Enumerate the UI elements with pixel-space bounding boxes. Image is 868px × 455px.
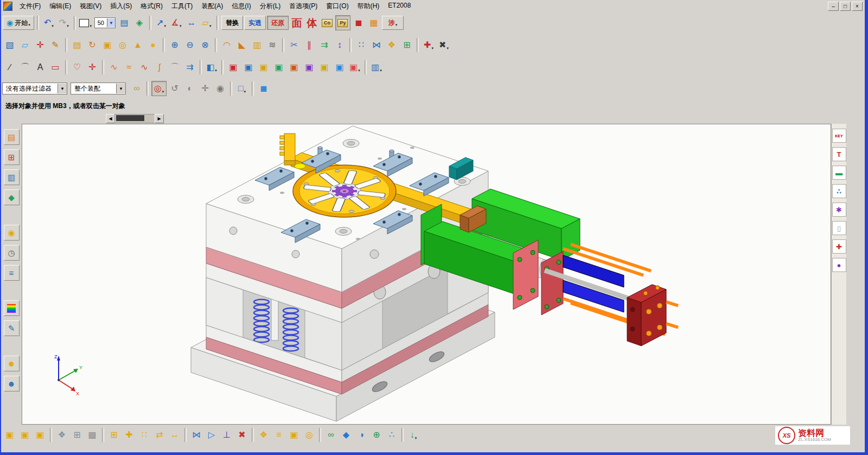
zoom-view-icon[interactable]: ◉: [213, 81, 227, 96]
studio-spline-icon[interactable]: ∿: [107, 60, 121, 74]
menu-view[interactable]: 视图(V): [75, 1, 106, 12]
capsule-icon[interactable]: ▬: [832, 166, 846, 180]
start-button[interactable]: ◉开始▾: [3, 16, 34, 30]
dropdown-arrow-icon[interactable]: ▾: [446, 46, 449, 52]
dropdown-arrow-icon[interactable]: ▾: [180, 24, 182, 30]
rectangle-icon[interactable]: ▭: [48, 60, 62, 74]
wave-link-icon[interactable]: ◎: [302, 428, 316, 442]
check-clearance-icon[interactable]: ⊞: [70, 428, 84, 442]
template-icon[interactable]: T: [832, 147, 846, 161]
sphere-icon[interactable]: ●: [146, 38, 160, 52]
bridge-curve-icon[interactable]: ⌒: [168, 60, 182, 74]
add-component-icon[interactable]: ⊞: [107, 428, 121, 442]
scale-body-icon[interactable]: ↕: [333, 38, 347, 52]
face-button[interactable]: 面: [290, 16, 304, 30]
extract-body-icon[interactable]: ⊞: [400, 38, 414, 52]
offset-region-icon[interactable]: ▣: [257, 60, 271, 74]
dropdown-arrow-icon[interactable]: ▾: [415, 436, 417, 442]
dropdown-arrow-icon[interactable]: ▾: [90, 24, 92, 30]
close-button[interactable]: ×: [852, 2, 863, 11]
interference-button[interactable]: 涉▾: [382, 16, 404, 30]
replace-button[interactable]: 替换: [221, 16, 243, 30]
translucent-button[interactable]: 实透: [244, 16, 266, 30]
process-studio-icon[interactable]: ≡: [4, 265, 20, 281]
edge-blend-icon[interactable]: ◠: [220, 38, 234, 52]
offset-curve-icon[interactable]: ⇉: [183, 60, 197, 74]
mirror-face-icon[interactable]: ▣: [333, 60, 347, 74]
rotate-view-icon[interactable]: ↺: [168, 81, 182, 96]
copy-face-icon[interactable]: Co: [320, 16, 334, 30]
curve-line-icon[interactable]: ∕: [3, 60, 17, 74]
trim-body-icon[interactable]: ✂: [287, 38, 301, 52]
assembly-navigator-icon[interactable]: ▤: [4, 129, 20, 145]
create-array-icon[interactable]: ∷: [137, 428, 151, 442]
mirror-assembly-icon[interactable]: ⋈: [189, 428, 203, 442]
revolve-icon[interactable]: ↻: [85, 38, 99, 52]
shaded-view-icon[interactable]: ◐: [183, 81, 197, 96]
exploded-view-icon[interactable]: ❖: [257, 428, 271, 442]
undo-icon[interactable]: ↶▾: [42, 16, 56, 30]
menu-help[interactable]: 帮助(H): [353, 1, 384, 12]
split-body-icon[interactable]: ∥: [302, 38, 316, 52]
relations-browser-icon[interactable]: ∴: [385, 428, 399, 442]
paste-face-icon[interactable]: Py: [335, 15, 350, 30]
move-component-icon[interactable]: ↔: [168, 428, 182, 442]
cone-icon[interactable]: ▲: [131, 38, 145, 52]
dropdown-arrow-icon[interactable]: ▾: [28, 23, 30, 29]
curve-arc-icon[interactable]: ⌒: [18, 60, 32, 74]
offset-face-icon[interactable]: ⇉: [317, 38, 331, 52]
menu-et2008[interactable]: ET2008: [384, 1, 415, 12]
wireframe-cube-icon[interactable]: ▦: [367, 16, 381, 30]
sphere-tool-icon[interactable]: ●: [832, 258, 846, 272]
redo-icon[interactable]: ↷▾: [57, 16, 71, 30]
show-dof-icon[interactable]: ✖: [235, 428, 249, 442]
view-layout-icon[interactable]: ▧: [3, 38, 17, 52]
find-component-icon[interactable]: ▣: [3, 428, 17, 442]
component-group-icon[interactable]: ❖: [55, 428, 69, 442]
shaded-cube-icon[interactable]: ◼: [257, 81, 271, 96]
select-rectangle-icon[interactable]: □▾: [235, 81, 249, 96]
delete-face-icon[interactable]: ▣: [302, 60, 316, 74]
crosshair-tool-icon[interactable]: ✚: [832, 239, 846, 254]
history-icon[interactable]: ◷: [4, 245, 20, 261]
wave-geometry-icon[interactable]: ⊕: [369, 428, 384, 442]
orient-view-icon[interactable]: ↗▾: [154, 16, 168, 30]
color-swatch[interactable]: ▾: [79, 16, 93, 30]
resize-face-icon[interactable]: ▣: [287, 60, 301, 74]
smooth-spline-icon[interactable]: ∫: [152, 60, 167, 74]
ruler-icon[interactable]: ▱▾: [200, 16, 214, 30]
thread-icon[interactable]: ≋: [265, 38, 279, 52]
dropdown-arrow-icon[interactable]: ▾: [431, 46, 433, 52]
minimize-button[interactable]: –: [828, 2, 839, 11]
measure-distance-icon[interactable]: ↔: [184, 16, 199, 30]
edit-section-icon[interactable]: ▥▾: [369, 60, 384, 74]
spheres-icon[interactable]: ∴: [832, 184, 846, 198]
menu-tools[interactable]: 工具(T): [167, 1, 197, 12]
work-layer-box[interactable]: 50▼: [94, 17, 116, 28]
dropdown-arrow-icon[interactable]: ▾: [380, 68, 382, 74]
unite-icon[interactable]: ⊕: [168, 38, 182, 52]
selection-scope-combo[interactable]: 整个装配 ▼: [71, 83, 126, 94]
dropdown-arrow-icon[interactable]: ▾: [52, 24, 54, 30]
datum-plane-icon[interactable]: ▱: [18, 38, 32, 52]
pan-view-icon[interactable]: ✛: [198, 81, 212, 96]
interpart-link-icon[interactable]: ∞: [324, 428, 338, 442]
profile-icon[interactable]: ♡: [70, 60, 84, 74]
text-icon[interactable]: A: [33, 60, 47, 74]
open-component-icon[interactable]: ▣: [18, 428, 32, 442]
assembly-constraints-icon[interactable]: ⊥: [220, 428, 234, 442]
role-icon[interactable]: ☻: [4, 356, 20, 371]
move-face-cube-icon[interactable]: ▣: [226, 60, 240, 74]
menu-window[interactable]: 窗口(O): [322, 1, 353, 12]
key-icon[interactable]: KEY: [832, 129, 846, 143]
menu-edit[interactable]: 编辑(E): [45, 1, 75, 12]
constraint-navigator-icon[interactable]: ⊞: [4, 149, 20, 165]
component-filter-icon[interactable]: ▩: [85, 428, 99, 442]
part-navigator-icon[interactable]: ▥: [4, 169, 20, 185]
chevron-down-icon[interactable]: ▼: [107, 18, 115, 27]
dropdown-arrow-icon[interactable]: ▾: [164, 24, 166, 30]
intersect-icon[interactable]: ⊗: [198, 38, 212, 52]
molecule-icon[interactable]: ✱: [832, 203, 846, 217]
model-canvas[interactable]: Z Y X: [22, 124, 831, 424]
scene-editor-icon[interactable]: ✎: [4, 320, 20, 336]
